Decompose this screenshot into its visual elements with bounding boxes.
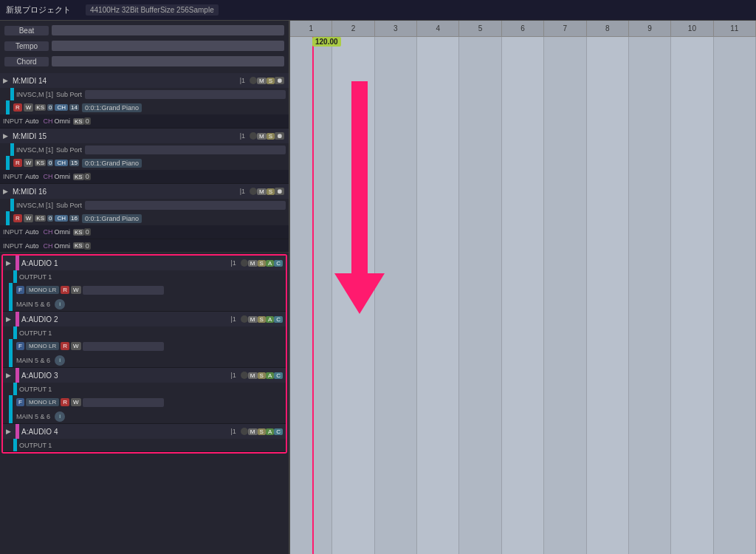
audio-m-2[interactable]: M	[248, 316, 258, 323]
info-btn-3[interactable]: i	[55, 411, 65, 422]
ks-btn-15[interactable]: KS	[35, 160, 46, 166]
audio-c-4[interactable]: C	[274, 428, 283, 435]
ks-btn-14[interactable]: KS	[35, 104, 46, 111]
audio-m-1[interactable]: M	[248, 260, 258, 267]
timeline-col-11[interactable]	[714, 37, 756, 554]
f-btn-2[interactable]: F	[16, 342, 24, 350]
audio-a-2[interactable]: A	[266, 316, 274, 323]
expand-icon-15[interactable]: ▶	[3, 132, 10, 140]
timeline-col-7[interactable]	[544, 37, 586, 554]
audio-vol-bar-2[interactable]	[83, 342, 164, 351]
m-btn-16[interactable]: M	[257, 188, 267, 195]
chord-bar[interactable]	[52, 56, 284, 66]
timeline-num-2[interactable]: 2	[332, 21, 374, 36]
track-header-14[interactable]: ▶ M:MIDI 14 |1 M S ⏺	[0, 73, 289, 88]
instrument-14[interactable]: 0:0:1:Grand Piano	[82, 103, 142, 112]
timeline-col-9[interactable]	[629, 37, 671, 554]
instrument-16[interactable]: 0:0:1:Grand Piano	[82, 214, 142, 223]
beat-bar[interactable]	[52, 25, 284, 35]
w-btn-14[interactable]: W	[24, 103, 34, 112]
r-btn-16[interactable]: R	[13, 214, 22, 222]
s-btn-14[interactable]: S	[267, 78, 275, 84]
audio-c-1[interactable]: C	[274, 260, 283, 267]
audio-expand-4[interactable]: ▶	[6, 428, 13, 435]
audio-s-2[interactable]: S	[258, 316, 266, 323]
s-btn-15[interactable]: S	[267, 133, 275, 140]
audio-dot-4[interactable]	[241, 428, 248, 435]
audio-s-3[interactable]: S	[258, 372, 266, 379]
r-btn-14[interactable]: R	[13, 103, 22, 112]
tempo-marker[interactable]: 120.00	[312, 37, 341, 47]
ch-btn-15[interactable]: CH	[55, 160, 68, 166]
m-btn-15[interactable]: M	[257, 133, 267, 140]
tempo-bar[interactable]	[52, 41, 284, 51]
info-btn-2[interactable]: i	[55, 355, 65, 366]
timeline-num-11[interactable]: 11	[714, 21, 756, 36]
timeline-num-5[interactable]: 5	[459, 21, 501, 36]
timeline-num-1[interactable]: 1	[290, 21, 332, 36]
audio-dot-3[interactable]	[241, 372, 248, 379]
ch-btn-16[interactable]: CH	[55, 215, 68, 222]
audio-expand-3[interactable]: ▶	[6, 372, 13, 379]
rec-icon-15[interactable]: ⏺	[275, 132, 284, 140]
audio-vol-bar-1[interactable]	[83, 286, 164, 295]
ch-btn-14[interactable]: CH	[55, 104, 68, 111]
f-btn-1[interactable]: F	[16, 286, 24, 294]
port-bar-14[interactable]	[85, 90, 286, 99]
track-header-15[interactable]: ▶ M:MIDI 15 |1 M S ⏺	[0, 129, 289, 143]
audio-header-2[interactable]: ▶ A:AUDIO 2 |1 M S A C	[3, 312, 286, 326]
audio-m-4[interactable]: M	[248, 428, 258, 435]
m-btn-14[interactable]: M	[257, 78, 267, 84]
audio-m-3[interactable]: M	[248, 372, 258, 379]
timeline-col-6[interactable]	[502, 37, 544, 554]
audio-expand-2[interactable]: ▶	[6, 315, 13, 323]
audio-s-1[interactable]: S	[258, 260, 266, 267]
audio-c-2[interactable]: C	[274, 316, 283, 323]
rec-icon-16[interactable]: ⏺	[275, 188, 284, 195]
audio-dot-2[interactable]	[241, 315, 248, 323]
w-btn-a1[interactable]: W	[71, 286, 81, 294]
r-btn-a1[interactable]: R	[61, 286, 69, 294]
port-bar-15[interactable]	[85, 146, 286, 154]
w-btn-16[interactable]: W	[24, 214, 34, 222]
timeline-col-1[interactable]	[290, 37, 332, 554]
w-btn-a2[interactable]: W	[71, 342, 81, 350]
audio-header-3[interactable]: ▶ A:AUDIO 3 |1 M S A C	[3, 368, 286, 383]
timeline-num-3[interactable]: 3	[375, 21, 417, 36]
audio-a-4[interactable]: A	[266, 428, 274, 435]
audio-expand-1[interactable]: ▶	[6, 259, 13, 267]
timeline-col-4[interactable]	[417, 37, 459, 554]
audio-a-1[interactable]: A	[266, 260, 274, 267]
mono-btn-1[interactable]: MONO LR	[26, 286, 59, 294]
audio-s-4[interactable]: S	[258, 428, 266, 435]
expand-icon-16[interactable]: ▶	[3, 188, 10, 195]
w-btn-15[interactable]: W	[24, 159, 34, 167]
timeline-num-8[interactable]: 8	[587, 21, 629, 36]
audio-header-4[interactable]: ▶ A:AUDIO 4 |1 M S A C	[3, 424, 286, 439]
audio-c-3[interactable]: C	[274, 372, 283, 379]
rec-icon-14[interactable]: ⏺	[275, 77, 284, 84]
audio-a-3[interactable]: A	[266, 372, 274, 379]
instrument-15[interactable]: 0:0:1:Grand Piano	[82, 159, 142, 168]
ks-btn-16[interactable]: KS	[35, 215, 46, 222]
timeline-num-9[interactable]: 9	[629, 21, 671, 36]
info-btn-1[interactable]: i	[55, 299, 65, 310]
audio-header-1[interactable]: ▶ A:AUDIO 1 |1 M S A C	[3, 256, 286, 270]
timeline-num-6[interactable]: 6	[502, 21, 544, 36]
w-btn-a3[interactable]: W	[71, 398, 81, 406]
dot-btn-15[interactable]	[250, 132, 257, 140]
audio-vol-bar-3[interactable]	[83, 398, 164, 407]
timeline-col-10[interactable]	[671, 37, 713, 554]
r-btn-a2[interactable]: R	[61, 342, 69, 350]
timeline-col-5[interactable]	[459, 37, 501, 554]
expand-icon-14[interactable]: ▶	[3, 77, 10, 84]
timeline-num-4[interactable]: 4	[417, 21, 459, 36]
s-btn-16[interactable]: S	[267, 188, 275, 195]
timeline-num-7[interactable]: 7	[544, 21, 586, 36]
timeline-num-10[interactable]: 10	[671, 21, 713, 36]
mono-btn-3[interactable]: MONO LR	[26, 398, 59, 406]
f-btn-3[interactable]: F	[16, 398, 24, 406]
dot-btn-16[interactable]	[250, 188, 257, 195]
dot-btn-14[interactable]	[250, 77, 257, 84]
track-header-16[interactable]: ▶ M:MIDI 16 |1 M S ⏺	[0, 184, 289, 199]
